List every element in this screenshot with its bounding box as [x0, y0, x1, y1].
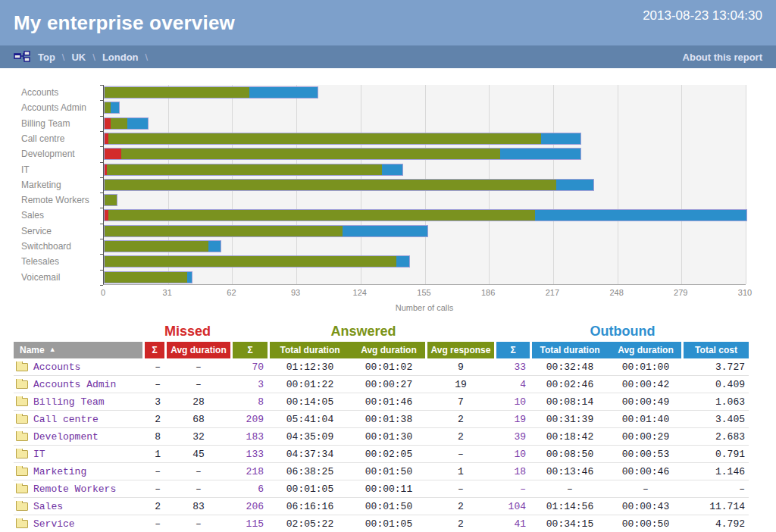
chart-category-label: Accounts Admin	[21, 102, 86, 113]
cell-out-cost: 1.146	[684, 466, 749, 477]
name-cell[interactable]: Call centre	[14, 414, 142, 425]
cell-out-sum[interactable]: 19	[496, 414, 530, 425]
chart-bar-segment-answered	[108, 133, 541, 144]
chart-category-label: Development	[21, 149, 75, 159]
chart-bar-segment-outbound	[127, 118, 148, 129]
calls-bar-chart: Number of calls 031629312415518621724827…	[14, 85, 762, 315]
cell-out-sum[interactable]: 33	[496, 361, 530, 373]
cell-ans-sum[interactable]: 70	[233, 361, 268, 373]
cell-out-sum[interactable]: 18	[496, 466, 530, 477]
cell-ans-sum[interactable]: 133	[233, 449, 268, 460]
group-name-link[interactable]: Remote Workers	[33, 483, 116, 495]
chart-y-tick	[100, 116, 103, 117]
name-cell[interactable]: Accounts	[14, 361, 142, 373]
breadcrumb: Top\UK\London\	[38, 52, 148, 63]
cell-ans-sum[interactable]: 218	[233, 466, 268, 477]
group-name-link[interactable]: Service	[33, 518, 75, 530]
name-cell[interactable]: IT	[14, 449, 142, 460]
chart-y-tick	[100, 224, 103, 224]
name-cell[interactable]: Accounts Admin	[14, 379, 142, 390]
cell-ans-sum[interactable]: 6	[233, 483, 268, 495]
cell-out-sum[interactable]: –	[496, 483, 530, 495]
table-row: Service––11502:05:2200:01:0524100:34:150…	[14, 515, 749, 532]
cell-missed-avg: 28	[167, 396, 230, 408]
cell-missed-sum: –	[145, 483, 164, 495]
column-header-outbound-total-duration[interactable]: Total duration	[532, 345, 608, 355]
cell-out-avg: 00:00:29	[610, 431, 681, 443]
cell-ans-resp: –	[427, 483, 494, 495]
name-cell[interactable]: Development	[14, 431, 142, 443]
column-header-outbound-sum[interactable]: Σ	[496, 342, 530, 358]
column-header-outbound-avg-duration[interactable]: Avg duration	[610, 345, 681, 355]
group-name-link[interactable]: Accounts	[33, 361, 80, 373]
cell-ans-total: 01:12:30	[270, 361, 350, 373]
cell-out-total: 00:13:46	[532, 466, 608, 477]
breadcrumb-link-top[interactable]: Top	[38, 52, 55, 63]
column-header-answered-total-duration[interactable]: Total duration	[270, 345, 350, 355]
cell-out-sum[interactable]: 4	[496, 379, 530, 390]
name-cell[interactable]: Billing Team	[14, 396, 142, 408]
name-cell[interactable]: Sales	[14, 501, 142, 512]
column-header-missed-sum[interactable]: Σ	[145, 342, 164, 358]
folder-icon	[16, 380, 28, 389]
column-header-answered-sum[interactable]: Σ	[233, 342, 268, 358]
cell-ans-sum[interactable]: 183	[233, 431, 268, 443]
column-header-answered-durations: Total duration Avg duration	[270, 342, 425, 358]
cell-ans-total: 04:37:34	[270, 449, 350, 460]
folder-icon	[16, 433, 28, 441]
cell-out-cost: 2.683	[684, 431, 749, 443]
group-name-link[interactable]: Billing Team	[33, 396, 105, 408]
cell-out-sum[interactable]: 10	[496, 449, 530, 460]
chart-y-tick	[100, 146, 103, 147]
chart-x-tick-label: 62	[214, 288, 248, 297]
cell-out-total: 00:18:42	[532, 431, 608, 443]
group-name-link[interactable]: Call centre	[33, 414, 99, 425]
name-cell[interactable]: Remote Workers	[14, 483, 142, 495]
folder-icon	[16, 468, 28, 476]
group-name-link[interactable]: Development	[33, 431, 99, 443]
table-column-header-row: Name ▲ Σ Avg duration Σ Total duration A…	[14, 342, 749, 358]
column-header-answered-avg-duration[interactable]: Avg duration	[352, 345, 425, 355]
cell-ans-sum[interactable]: 115	[233, 518, 268, 530]
chart-x-tick-label: 186	[471, 288, 505, 297]
cell-ans-sum[interactable]: 8	[233, 396, 268, 408]
group-name-link[interactable]: Sales	[33, 501, 63, 512]
cell-out-sum[interactable]: 10	[496, 396, 530, 408]
table-row: Billing Team328800:14:0500:01:4671000:08…	[14, 393, 749, 411]
chart-category-label: Sales	[21, 210, 44, 221]
cell-missed-sum: –	[145, 379, 164, 390]
cell-out-sum[interactable]: 39	[496, 431, 530, 443]
chart-bar	[104, 148, 581, 160]
cell-ans-sum[interactable]: 209	[233, 414, 268, 425]
chart-bar-segment-outbound	[396, 256, 408, 267]
cell-missed-sum: 3	[145, 396, 164, 408]
cell-out-sum[interactable]: 41	[496, 518, 530, 530]
column-header-answered-avg-response[interactable]: Avg response	[427, 342, 494, 358]
cell-ans-resp: 2	[427, 414, 494, 425]
breadcrumb-link-london[interactable]: London	[102, 52, 139, 63]
cell-out-sum[interactable]: 104	[496, 501, 530, 512]
column-header-outbound-total-cost[interactable]: Total cost	[684, 342, 749, 358]
chart-x-tick-label: 310	[728, 288, 762, 297]
cell-ans-sum[interactable]: 3	[233, 379, 268, 390]
chart-x-tick-label: 279	[664, 288, 697, 297]
column-header-name[interactable]: Name ▲	[14, 342, 142, 358]
cell-ans-avg: 00:01:30	[352, 431, 425, 443]
chart-bar-segment-answered	[105, 195, 117, 205]
name-cell[interactable]: Marketing	[14, 466, 142, 477]
cell-missed-avg: –	[167, 466, 230, 477]
name-cell[interactable]: Service	[14, 518, 142, 530]
cell-ans-resp: –	[427, 449, 494, 460]
page-title: My enterprise overview	[14, 11, 235, 35]
chart-y-tick	[100, 285, 103, 286]
group-name-link[interactable]: Accounts Admin	[33, 379, 116, 390]
column-header-missed-avg-duration[interactable]: Avg duration	[167, 342, 230, 358]
table-row: Sales28320606:16:1600:01:50210401:14:560…	[14, 498, 749, 515]
cell-ans-total: 04:35:09	[270, 431, 350, 443]
cell-ans-sum[interactable]: 206	[233, 501, 268, 512]
breadcrumb-link-uk[interactable]: UK	[71, 52, 86, 63]
chart-bar-segment-outbound	[556, 180, 593, 190]
about-this-report-link[interactable]: About this report	[683, 52, 762, 63]
group-name-link[interactable]: Marketing	[33, 466, 86, 477]
group-name-link[interactable]: IT	[33, 449, 45, 460]
